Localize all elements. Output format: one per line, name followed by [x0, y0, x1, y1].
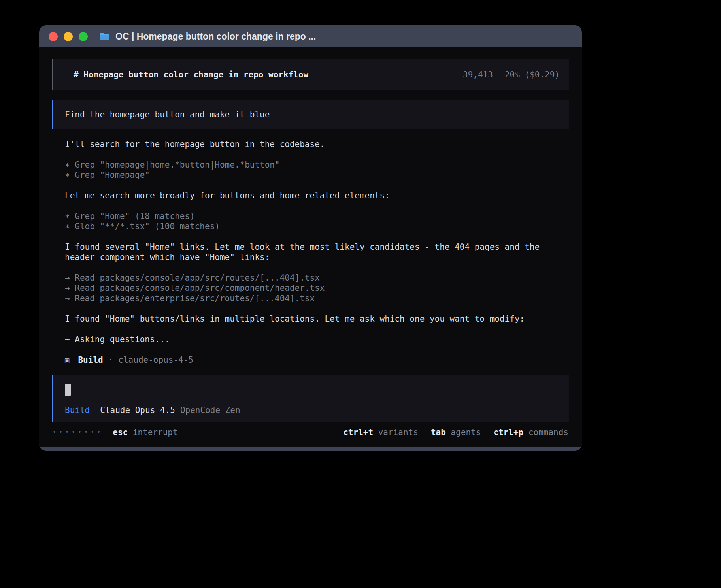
shortcut-variants: ctrl+t variants — [343, 427, 418, 437]
working-status: ~ Asking questions... — [52, 334, 569, 345]
tool-call-group: ∗ Grep "homepage|home.*button|Home.*butt… — [52, 160, 569, 180]
text-cursor — [65, 384, 71, 396]
tool-call-group: ∗ Grep "Home" (18 matches) ∗ Glob "**/*.… — [52, 211, 569, 232]
terminal-content: # Homepage button color change in repo w… — [39, 47, 582, 447]
window-title: OC | Homepage button color change in rep… — [115, 31, 316, 42]
transcript: # Homepage button color change in repo w… — [52, 59, 569, 422]
terminal-window: OC | Homepage button color change in rep… — [39, 25, 582, 451]
status-bar: •••••••• esc interrupt ctrl+t variants t… — [52, 427, 569, 437]
assistant-text: Let me search more broadly for buttons a… — [52, 190, 569, 201]
shortcut-interrupt: esc interrupt — [113, 427, 177, 437]
status-shortcuts: ctrl+t variants tab agents ctrl+p comman… — [343, 427, 568, 437]
shortcut-key: ctrl+t — [343, 428, 373, 437]
user-message: Find the homepage button and make it blu… — [52, 100, 569, 129]
agent-icon: ▣ — [65, 355, 69, 365]
tool-call-group: → Read packages/console/app/src/routes/[… — [52, 273, 569, 303]
session-header: # Homepage button color change in repo w… — [52, 59, 569, 90]
window-titlebar[interactable]: OC | Homepage button color change in rep… — [39, 25, 582, 47]
tool-call-read: → Read packages/enterprise/src/routes/[.… — [65, 293, 569, 303]
prompt-input[interactable]: Build Claude Opus 4.5 OpenCode Zen — [52, 375, 569, 422]
agent-name: Build — [78, 355, 103, 365]
input-meta: Build Claude Opus 4.5 OpenCode Zen — [65, 405, 560, 415]
folder-icon — [99, 32, 110, 41]
session-title: # Homepage button color change in repo w… — [74, 70, 308, 80]
minimize-button[interactable] — [64, 32, 73, 41]
assistant-text: I found "Home" buttons/links in multiple… — [52, 314, 569, 324]
mode-selector[interactable]: Build — [65, 405, 90, 415]
shortcut-label: commands — [528, 428, 568, 437]
shortcut-key: ctrl+p — [493, 428, 523, 437]
tool-call-grep: ∗ Grep "Homepage" — [65, 170, 569, 180]
agent-separator: · — [108, 355, 113, 365]
close-button[interactable] — [49, 32, 58, 41]
provider-name: OpenCode Zen — [180, 405, 240, 415]
assistant-text: I found several "Home" links. Let me loo… — [52, 242, 569, 262]
tool-call-glob: ∗ Glob "**/*.tsx" (100 matches) — [65, 221, 569, 232]
model-name[interactable]: Claude Opus 4.5 — [100, 405, 175, 415]
shortcut-agents: tab agents — [431, 427, 481, 437]
shortcut-key: tab — [431, 428, 446, 437]
tool-call-read: → Read packages/console/app/src/routes/[… — [65, 273, 569, 283]
tool-call-grep: ∗ Grep "homepage|home.*button|Home.*butt… — [65, 160, 569, 170]
tool-call-read: → Read packages/console/app/src/componen… — [65, 283, 569, 293]
token-count: 39,413 — [463, 70, 493, 80]
agent-model: claude-opus-4-5 — [118, 355, 193, 365]
shortcut-commands: ctrl+p commands — [493, 427, 568, 437]
session-stats: 39,413 20% ($0.29) — [463, 70, 560, 80]
agent-badge: ▣ Build · claude-opus-4-5 — [52, 355, 569, 365]
tool-call-grep: ∗ Grep "Home" (18 matches) — [65, 211, 569, 221]
input-line[interactable] — [65, 384, 560, 396]
assistant-text: I'll search for the homepage button in t… — [52, 139, 569, 149]
shortcut-label: variants — [378, 428, 418, 437]
shortcut-key: esc — [113, 428, 128, 437]
progress-spinner-icon: •••••••• — [53, 427, 103, 437]
shortcut-label: agents — [451, 428, 481, 437]
context-usage: 20% ($0.29) — [505, 70, 560, 80]
shortcut-label: interrupt — [133, 428, 178, 437]
zoom-button[interactable] — [79, 32, 88, 41]
user-message-text: Find the homepage button and make it blu… — [65, 110, 270, 119]
